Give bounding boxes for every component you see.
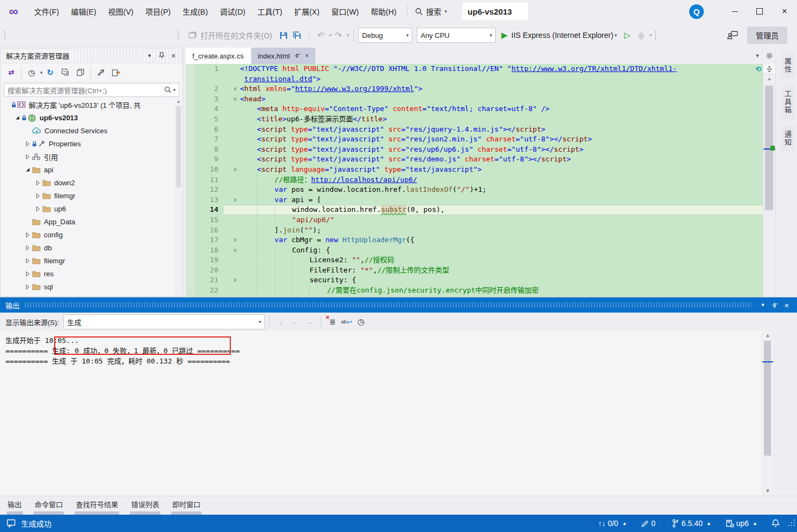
clock-icon[interactable]: ◷ [355,315,367,328]
output-scrollbar[interactable]: ▲ ▼ [762,331,773,495]
tree-item-8[interactable]: up6 [1,202,175,215]
save-all-button[interactable] [291,29,303,42]
autohide-tab-1[interactable]: 工具箱 [781,86,794,119]
tree-item-1[interactable]: up6-vs2013 [1,111,175,124]
sync-with-active-document-icon[interactable]: ↻ [44,66,56,79]
tree-item-6[interactable]: down2 [1,176,175,189]
branch-button[interactable]: 6.5.40 ▲ [672,519,711,528]
panel-tab-2[interactable]: 查找符号结果 [75,496,119,515]
expander-closed-icon[interactable] [23,258,32,264]
split-window-handle[interactable] [763,64,775,74]
tree-item-7[interactable]: filemgr [1,189,175,202]
breakpoint-margin[interactable] [186,134,195,145]
fold-chevron-icon[interactable]: ∨ [230,94,240,105]
expander-closed-icon[interactable] [23,154,32,160]
breakpoint-margin[interactable] [186,286,195,296]
fold-chevron-icon[interactable]: ∨ [230,245,240,256]
window-position-dropdown-icon[interactable]: ▼ [757,300,769,310]
goto-message-icon[interactable]: ↓ [275,315,287,328]
fold-chevron-icon[interactable]: ∨ [230,165,240,175]
gear-icon[interactable] [763,50,775,61]
switch-views-icon[interactable]: ⇄ [5,66,17,79]
breakpoint-margin[interactable] [186,145,195,155]
search-input[interactable]: up6-vs2013 [462,3,528,20]
resize-grip[interactable] [787,520,795,527]
maximize-button[interactable] [747,0,772,23]
menu-item-3[interactable]: 项目(P) [139,1,177,22]
breakpoint-margin[interactable] [186,185,195,195]
fold-chevron-icon[interactable]: ∨ [230,84,240,94]
breakpoint-margin[interactable] [186,275,195,286]
start-without-debugging-icon[interactable]: ▷ [621,29,633,42]
document-tab-1[interactable]: index.html× [251,48,315,64]
menu-item-7[interactable]: 扩展(X) [288,1,326,22]
breakpoint-margin[interactable] [186,114,195,125]
editor-scrollbar[interactable]: ▲ [763,64,775,297]
solution-platform-select[interactable]: Any CPU ▾ [417,28,496,43]
expander-closed-icon[interactable] [23,141,32,147]
minimize-button[interactable] [722,0,747,23]
menu-item-2[interactable]: 视图(V) [102,1,140,22]
repository-button[interactable]: up6 ▲ [725,519,757,528]
scroll-up-icon[interactable]: ▲ [763,74,775,83]
collapse-all-icon[interactable] [60,66,72,79]
scroll-up-icon[interactable]: ▲ [762,331,773,340]
redo-button[interactable]: ↷ [333,29,345,42]
tree-item-10[interactable]: config [1,228,175,241]
close-icon[interactable]: × [781,300,793,310]
expander-closed-icon[interactable] [34,206,42,212]
expander-closed-icon[interactable] [23,245,32,251]
chevron-down-icon[interactable]: ▾ [173,87,176,93]
breakpoint-margin[interactable] [186,64,195,74]
previous-message-icon[interactable]: ← [289,315,301,328]
tree-item-5[interactable]: api [1,163,175,176]
expander-closed-icon[interactable] [23,284,32,290]
toolbar-overflow-grip[interactable] [655,31,659,40]
pin-icon[interactable] [294,53,301,59]
menu-item-5[interactable]: 调试(D) [214,1,251,22]
expander-closed-icon[interactable] [34,193,42,199]
toolbar-grip[interactable] [4,31,9,40]
hot-reload-icon[interactable] [636,29,647,42]
autohide-tab-2[interactable]: 通知 [781,126,794,151]
tree-item-4[interactable]: 引用 [1,150,175,163]
open-folder-label[interactable]: 打开所在的文件夹(O) [200,30,272,41]
menu-item-0[interactable]: 文件(F) [28,1,65,22]
breakpoint-margin[interactable] [186,225,195,236]
solution-search-input[interactable]: 搜索解决方案资源管理器(Ctrl+;) ▾ [4,83,179,97]
properties-icon[interactable] [95,66,107,79]
breakpoint-margin[interactable] [186,265,195,276]
clear-all-icon[interactable]: ≣ × [327,315,339,328]
scroll-down-icon[interactable]: ▼ [762,486,773,495]
feedback-avatar-icon[interactable]: Q [689,4,704,19]
scroll-up-icon[interactable]: ▲ [177,99,181,104]
tree-item-0[interactable]: 解决方案 'up6-vs2013' (1 个项目, 共 [1,98,175,111]
tree-item-13[interactable]: res [1,267,175,280]
breakpoint-margin[interactable] [186,84,195,94]
breakpoint-margin[interactable] [186,94,195,105]
redo-dropdown-icon[interactable]: ▾ [347,33,349,38]
breakpoint-margin[interactable] [186,104,195,114]
solution-configuration-select[interactable]: Debug ▾ [358,28,412,43]
message-bubble-icon[interactable] [7,519,16,528]
preview-selected-items-icon[interactable] [110,66,122,79]
fold-chevron-icon[interactable]: ∨ [230,235,240,245]
tree-item-14[interactable]: sql [1,280,175,293]
expander-open-icon[interactable] [23,167,32,172]
panel-tab-4[interactable]: 即时窗口 [171,496,202,515]
document-health-icon[interactable]: ⟲ [755,65,761,73]
show-all-files-icon[interactable] [75,66,87,79]
close-icon[interactable]: × [167,50,179,61]
undo-button[interactable]: ↶ [315,29,327,42]
toolbar-overflow-grip[interactable] [178,31,182,40]
save-button[interactable] [277,29,289,42]
start-debugging-button[interactable]: ▶ IIS Express (Internet Explorer) ▾ [501,30,617,40]
notifications-bell-icon[interactable] [772,519,780,528]
panel-tab-3[interactable]: 错误列表 [130,496,160,515]
quick-search-control[interactable]: 搜索 ▾ [415,6,448,17]
undo-dropdown-icon[interactable]: ▾ [329,33,332,38]
code-editor[interactable]: 1<!DOCTYPE html PUBLIC "-//W3C//DTD XHTM… [186,64,763,297]
panel-tab-1[interactable]: 命令窗口 [34,496,64,515]
hot-reload-dropdown-icon[interactable]: ▾ [650,33,652,38]
live-share-icon[interactable] [727,29,738,42]
